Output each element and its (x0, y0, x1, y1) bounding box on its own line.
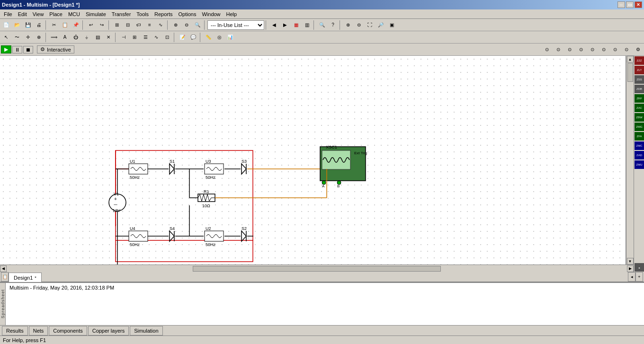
paste-button[interactable]: 📌 (71, 20, 81, 30)
ip-btn-bottom[interactable]: ▸ (635, 263, 644, 272)
search-btn[interactable]: 🔍 (317, 20, 327, 30)
bus-tool[interactable]: ⟹ (49, 32, 59, 43)
tab-new-btn[interactable]: + (635, 272, 643, 282)
scroll-up-arrow[interactable]: ▲ (627, 56, 634, 62)
scroll-thumb-v[interactable] (627, 63, 633, 82)
undo-button[interactable]: ↩ (86, 20, 96, 30)
copy-button[interactable]: 📋 (60, 20, 70, 30)
ip-btn-10[interactable]: ZMC (635, 141, 644, 150)
zoom-out2[interactable]: ⊖ (354, 20, 364, 30)
comment-tool[interactable]: 💬 (188, 32, 198, 43)
ip-btn-8[interactable]: ZMG (635, 123, 644, 131)
ip-btn-2[interactable]: ZLT (635, 66, 644, 74)
place-tool[interactable]: ⊡ (162, 32, 172, 43)
design1-tab[interactable]: Design1 * (9, 273, 42, 282)
inuse-dropdown[interactable]: --- In-Use List --- (207, 20, 264, 30)
ip-btn-6[interactable]: ZAC (635, 104, 644, 112)
zoom-in[interactable]: ⊕ (170, 20, 181, 30)
probe-tool[interactable]: ⊣ (118, 32, 129, 43)
restore-button[interactable]: ▭ (626, 1, 634, 8)
ip-btn-4[interactable]: ZDB (635, 85, 644, 93)
menu-edit[interactable]: Edit (15, 10, 30, 18)
zoom-area[interactable]: 🔍 (192, 20, 203, 30)
hierarch-tool[interactable]: ▤ (92, 32, 103, 43)
component-btn[interactable]: ⊞ (112, 20, 122, 30)
log-sidebar[interactable]: Spreadsheet (0, 283, 6, 325)
note-tool[interactable]: 📝 (177, 32, 188, 43)
label-btn[interactable]: 🏷 (134, 20, 144, 30)
zoom-out[interactable]: ⊖ (181, 20, 192, 30)
scroll-track-v[interactable] (627, 62, 634, 258)
btab-nets[interactable]: Nets (29, 326, 48, 335)
wire-tool[interactable]: 〜 (12, 32, 22, 43)
help-btn[interactable]: ? (328, 20, 338, 30)
menu-view[interactable]: View (30, 10, 47, 18)
ip-btn-1[interactable]: ZZZ (635, 56, 644, 65)
sim-opt2[interactable]: ⊙ (553, 44, 564, 55)
wire-btn[interactable]: ∿ (155, 20, 166, 30)
scroll-right-arrow[interactable]: ▶ (627, 265, 634, 272)
sim-settings[interactable]: ⚙ (633, 44, 643, 55)
stop-button[interactable]: ⏹ (23, 46, 33, 53)
menu-place[interactable]: Place (46, 10, 65, 18)
sim-opt7[interactable]: ⊙ (610, 44, 620, 55)
sim-opt6[interactable]: ⊙ (599, 44, 609, 55)
power-tool[interactable]: ⏻ (71, 32, 81, 43)
zoom-select[interactable]: 🔎 (376, 20, 386, 30)
analog-tool[interactable]: ∿ (151, 32, 161, 43)
pad-tool[interactable]: ◎ (214, 32, 224, 43)
btab-copper-layers[interactable]: Copper layers (88, 326, 129, 335)
netlist-btn[interactable]: ≡ (144, 20, 155, 30)
btab-components[interactable]: Components (49, 326, 87, 335)
vertical-scrollbar[interactable]: ▲ ▼ (626, 56, 634, 265)
sim-opt4[interactable]: ⊙ (576, 44, 586, 55)
btab-results[interactable]: Results (2, 326, 28, 335)
minimize-button[interactable]: ─ (617, 1, 625, 8)
sim-opt8[interactable]: ⊙ (621, 44, 632, 55)
scroll-down-arrow[interactable]: ▼ (627, 258, 634, 265)
redo-button[interactable]: ↪ (97, 20, 107, 30)
menu-transfer[interactable]: Transfer (109, 10, 134, 18)
hscroll-track[interactable] (7, 265, 627, 272)
ip-btn-9[interactable]: ZFA (635, 132, 644, 141)
menu-simulate[interactable]: Simulate (83, 10, 109, 18)
menu-help[interactable]: Help (224, 10, 240, 18)
graph-tool[interactable]: 📊 (225, 32, 235, 43)
ground-tool[interactable]: ⏚ (81, 32, 92, 43)
menu-file[interactable]: File (1, 10, 15, 18)
save-button[interactable]: 💾 (23, 20, 33, 30)
print-button[interactable]: 🖨 (34, 20, 44, 30)
scroll-left-arrow[interactable]: ◀ (0, 265, 7, 272)
pointer-tool[interactable]: ↖ (1, 32, 11, 43)
horizontal-scrollbar[interactable]: ◀ ▶ (0, 265, 634, 272)
menu-window[interactable]: Window (199, 10, 223, 18)
hscroll-thumb[interactable] (193, 266, 441, 272)
zoom-100[interactable]: ⊕ (343, 20, 353, 30)
ip-btn-11[interactable]: ZAD (635, 151, 644, 159)
menu-mcu[interactable]: MCU (65, 10, 83, 18)
tab-icon[interactable]: 📋 (1, 272, 9, 282)
misc2-tool[interactable]: ☰ (140, 32, 151, 43)
cross-tool[interactable]: ✛ (23, 32, 33, 43)
sim-opt1[interactable]: ⊙ (542, 44, 552, 55)
ip-btn-12[interactable]: ZMU (635, 160, 644, 169)
label-tool[interactable]: A (60, 32, 70, 43)
ip-btn-7[interactable]: ZBW (635, 113, 644, 122)
sim-opt5[interactable]: ⊙ (587, 44, 598, 55)
sim-opt3[interactable]: ⊙ (564, 44, 575, 55)
menu-reports[interactable]: Reports (152, 10, 176, 18)
schematic-canvas[interactable]: U1 50Hz S1 U3 50Hz (0, 56, 626, 265)
layer1-btn[interactable]: ▦ (291, 20, 301, 30)
ip-btn-3[interactable]: ZSS (635, 75, 644, 84)
zoom-full[interactable]: ▣ (386, 20, 397, 30)
junction-tool[interactable]: ⊕ (34, 32, 44, 43)
misc-tool[interactable]: ⊞ (129, 32, 140, 43)
btab-simulation[interactable]: Simulation (130, 326, 162, 335)
cut-button[interactable]: ✂ (49, 20, 59, 30)
measure-tool[interactable]: 📏 (203, 32, 214, 43)
table-btn[interactable]: ⊟ (123, 20, 133, 30)
open-button[interactable]: 📂 (12, 20, 22, 30)
ip-btn-5[interactable]: ZRF (635, 94, 644, 103)
close-button[interactable]: ✕ (635, 1, 642, 8)
menu-options[interactable]: Options (176, 10, 199, 18)
